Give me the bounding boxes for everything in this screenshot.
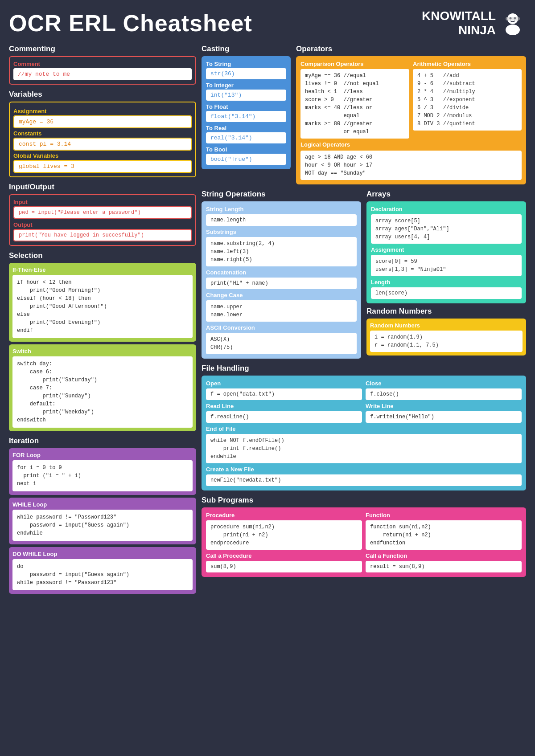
- main-content: Commenting Comment //my note to me Varia…: [9, 45, 526, 594]
- ninja-icon: [499, 10, 526, 37]
- call-proc-label: Call a Procedure: [206, 552, 362, 559]
- call-func-code: result = sum(8,9): [366, 561, 522, 572]
- comparison-label: Comparison Operators: [300, 61, 409, 67]
- arrays-box: Declaration array score[5] array ages["D…: [366, 201, 526, 303]
- cast-code-2: float("3.14"): [206, 111, 286, 122]
- if-code: if hour < 12 then print("Good Morning!")…: [12, 275, 193, 338]
- arrays-title: Arrays: [366, 190, 526, 199]
- str-length-code: name.length: [206, 214, 357, 226]
- arithmetic-code: 4 + 5 //add 9 - 6 //subtract 2 * 4 //mul…: [413, 69, 522, 131]
- sub-programs-box: Procedure procedure sum(n1,n2) print(n1 …: [202, 507, 526, 577]
- logical-label: Logical Operators: [300, 141, 522, 148]
- file-eof-code: while NOT f.endOfFile() print f.readLine…: [206, 434, 522, 463]
- random-section: Random Numbers Random Numbers i = random…: [366, 307, 526, 356]
- file-newfile-label: Create a New File: [206, 466, 522, 473]
- func-label: Function: [366, 512, 522, 519]
- for-code: for i = 0 to 9 print ("i = " + i) next i: [12, 460, 193, 491]
- arr-assign-label: Assignment: [371, 246, 522, 253]
- file-open-close: Open f = open("data.txt") Close f.close(…: [206, 380, 522, 400]
- cast-code-4: bool("True"): [206, 154, 286, 165]
- if-label: If-Then-Else: [12, 266, 193, 273]
- file-handling-title: File Handling: [202, 364, 526, 373]
- cast-code-1: int("13"): [206, 90, 286, 101]
- func-block: Function function sum(n1,n2) return(n1 +…: [366, 512, 522, 550]
- for-box: FOR Loop for i = 0 to 9 print ("i = " + …: [9, 448, 196, 495]
- commenting-title: Commenting: [9, 45, 196, 53]
- arithmetic-label: Arithmetic Operators: [413, 61, 522, 67]
- input-code: pwd = input("Please enter a password"): [13, 206, 192, 219]
- file-open-label: Open: [206, 380, 362, 387]
- input-label: Input: [13, 199, 192, 205]
- str-case-label: Change Case: [206, 292, 357, 298]
- cast-code-3: real("3.14"): [206, 132, 286, 143]
- op-grid: Comparison Operators myAge == 36 //equal…: [300, 61, 522, 139]
- proc-code: procedure sum(n1,n2) print(n1 + n2) endp…: [206, 520, 362, 550]
- variables-section: Variables Assignment myAge = 36 Constant…: [9, 90, 196, 177]
- comparison-block: Comparison Operators myAge == 36 //equal…: [300, 61, 409, 139]
- while-code: while password != "Password123" password…: [12, 510, 193, 541]
- str-substr-label: Substrings: [206, 229, 357, 235]
- page-title: OCR ERL Cheatsheet: [9, 10, 252, 37]
- casting-box: To String str(36) To Integer int("13") T…: [202, 56, 291, 169]
- arr-decl-label: Declaration: [371, 206, 522, 212]
- io-title: Input/Output: [9, 183, 196, 192]
- comparison-code: myAge == 36 //equal lives != 0 //not equ…: [300, 69, 409, 139]
- while-box: WHILE Loop while password != "Password12…: [9, 498, 196, 544]
- left-column: Commenting Comment //my note to me Varia…: [9, 45, 196, 594]
- str-ascii-code: ASC(X) CHR(75): [206, 333, 357, 354]
- svg-rect-4: [506, 17, 520, 20]
- arr-len-code: len(score): [371, 287, 522, 299]
- variables-title: Variables: [9, 90, 196, 99]
- output-code: print("You have logged in succesfully"): [13, 229, 192, 241]
- brand-text: KNOWITALL NINJA: [422, 9, 496, 37]
- arrays-random-col: Arrays Declaration array score[5] array …: [366, 190, 526, 359]
- dowhile-box: DO WHILE Loop do password = input("Guess…: [9, 547, 196, 594]
- file-open-block: Open f = open("data.txt"): [206, 380, 362, 400]
- cast-label-3: To Real: [206, 125, 286, 131]
- global-label: Global Variables: [13, 152, 192, 159]
- sub-programs-section: Sub Programs Procedure procedure sum(n1,…: [202, 496, 526, 577]
- header: OCR ERL Cheatsheet KNOWITALL NINJA: [9, 9, 526, 37]
- proc-label: Procedure: [206, 512, 362, 519]
- str-ascii-label: ASCII Conversion: [206, 324, 357, 331]
- while-label: WHILE Loop: [12, 501, 193, 508]
- cast-label-1: To Integer: [206, 82, 286, 89]
- comment-code: //my note to me: [13, 68, 192, 80]
- operators-section: Operators Comparison Operators myAge == …: [296, 45, 526, 184]
- call-func-block: Call a Function result = sum(8,9): [366, 552, 522, 572]
- switch-code: switch day: case 6: print("Saturday") ca…: [12, 356, 193, 428]
- brand: KNOWITALL NINJA: [422, 9, 526, 37]
- io-box: Input pwd = input("Please enter a passwo…: [9, 194, 196, 246]
- cast-label-0: To String: [206, 61, 286, 67]
- constants-label: Constants: [13, 130, 192, 137]
- file-writeline-code: f.writeLine("Hello"): [366, 411, 522, 423]
- sub-proc-func: Procedure procedure sum(n1,n2) print(n1 …: [206, 512, 522, 550]
- switch-box: Switch switch day: case 6: print("Saturd…: [9, 344, 196, 431]
- iteration-section: Iteration FOR Loop for i = 0 to 9 print …: [9, 437, 196, 594]
- comment-label: Comment: [13, 61, 192, 67]
- arr-assign-code: score[0] = 59 users[1,3] = "Ninja01": [371, 255, 522, 276]
- logical-block: Logical Operators age > 18 AND age < 60 …: [300, 141, 522, 180]
- func-code: function sum(n1,n2) return(n1 + n2) endf…: [366, 520, 522, 550]
- operators-box: Comparison Operators myAge == 36 //equal…: [296, 56, 526, 184]
- logical-code: age > 18 AND age < 60 hour < 9 OR hour >…: [300, 151, 522, 180]
- str-substr-code: name.substring(2, 4) name.left(3) name.r…: [206, 237, 357, 266]
- output-label: Output: [13, 221, 192, 228]
- call-proc-block: Call a Procedure sum(8,9): [206, 552, 362, 572]
- cast-code-0: str(36): [206, 68, 286, 79]
- call-proc-code: sum(8,9): [206, 561, 362, 572]
- file-writeline-block: Write Line f.writeLine("Hello"): [366, 403, 522, 423]
- string-ops-box: String Length name.length Substrings nam…: [202, 201, 361, 359]
- file-close-code: f.close(): [366, 388, 522, 400]
- file-readline-block: Read Line f.readLine(): [206, 403, 362, 423]
- if-box: If-Then-Else if hour < 12 then print("Go…: [9, 263, 196, 342]
- casting-operators-row: Casting To String str(36) To Integer int…: [202, 45, 526, 184]
- commenting-section: Commenting Comment //my note to me: [9, 45, 196, 85]
- assignment-label: Assignment: [13, 108, 192, 114]
- file-newfile-code: newFile("newdata.txt"): [206, 474, 522, 486]
- file-read-write: Read Line f.readLine() Write Line f.writ…: [206, 403, 522, 423]
- cast-label-4: To Bool: [206, 146, 286, 153]
- proc-block: Procedure procedure sum(n1,n2) print(n1 …: [206, 512, 362, 550]
- str-length-label: String Length: [206, 206, 357, 212]
- file-handling-box: Open f = open("data.txt") Close f.close(…: [202, 376, 526, 490]
